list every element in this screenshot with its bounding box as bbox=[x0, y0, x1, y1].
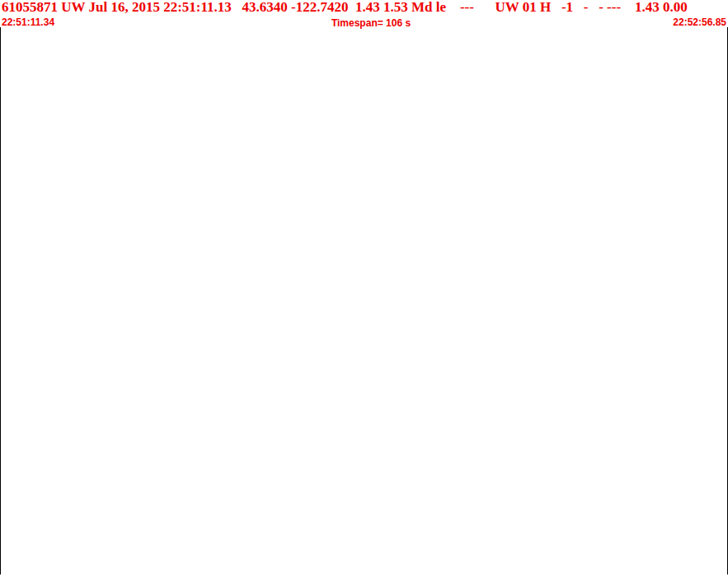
trace-panel[interactable] bbox=[0, 27, 728, 78]
trace-panels bbox=[0, 0, 728, 577]
waveform-plot bbox=[0, 27, 728, 78]
seismic-waveform-viewer: 61055871 UW Jul 16, 2015 22:51:11.13 43.… bbox=[0, 0, 728, 577]
